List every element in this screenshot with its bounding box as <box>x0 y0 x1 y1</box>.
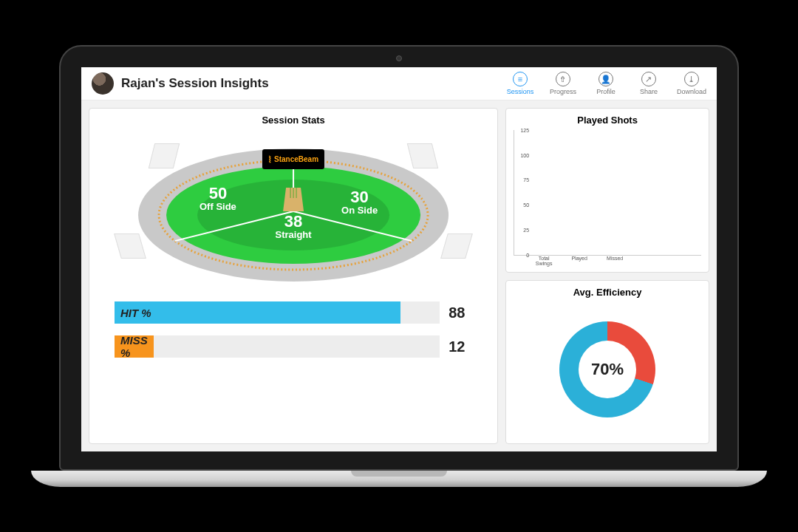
profile-icon: 👤 <box>598 72 613 86</box>
zone-onside: 30 On Side <box>341 189 378 215</box>
efficiency-panel: Avg. Efficiency 70% <box>505 280 709 445</box>
nav-sessions[interactable]: ≡ Sessions <box>505 72 535 95</box>
hit-label: HIT % <box>115 307 151 319</box>
content: Session Stats <box>81 100 717 451</box>
nav-label: Profile <box>596 88 615 95</box>
chart-x-labels: Total SwingsPlayedMissed <box>514 256 701 266</box>
efficiency-title: Avg. Efficiency <box>514 287 701 298</box>
hit-value: 88 <box>449 304 472 321</box>
miss-value: 12 <box>449 338 472 355</box>
hit-bar-fill: HIT % <box>115 301 400 324</box>
zone-label: Off Side <box>200 202 236 211</box>
nav-label: Download <box>677 88 706 95</box>
nav-progress[interactable]: ⇮ Progress <box>548 72 578 95</box>
sessions-icon: ≡ <box>513 72 528 86</box>
efficiency-value: 70% <box>579 341 636 398</box>
played-shots-panel: Played Shots 0255075100125 Total SwingsP… <box>505 108 709 273</box>
logo-icon: ⦚ <box>268 155 272 163</box>
played-shots-chart: 0255075100125 <box>514 130 701 256</box>
session-stats-panel: Session Stats <box>89 108 498 444</box>
zone-straight: 38 Straight <box>276 214 312 239</box>
donut-wrap: 70% <box>514 302 701 438</box>
zone-value: 50 <box>200 185 236 202</box>
laptop-mockup: Rajan's Session Insights ≡ Sessions ⇮ Pr… <box>59 45 739 487</box>
zone-value: 38 <box>276 214 312 230</box>
zone-value: 30 <box>341 189 378 205</box>
miss-bar-track: MISS % <box>115 335 440 358</box>
share-icon: ↗ <box>641 72 656 86</box>
played-shots-title: Played Shots <box>514 115 701 126</box>
hit-row: HIT % 88 <box>115 301 472 324</box>
header-bar: Rajan's Session Insights ≡ Sessions ⇮ Pr… <box>81 67 717 100</box>
progress-icon: ⇮ <box>556 72 570 86</box>
laptop-base <box>31 471 767 487</box>
nav-label: Progress <box>550 88 576 95</box>
avatar[interactable] <box>92 72 114 95</box>
page-title: Rajan's Session Insights <box>121 76 498 91</box>
miss-label: MISS % <box>115 334 154 359</box>
efficiency-donut: 70% <box>559 321 655 417</box>
session-stats-title: Session Stats <box>100 115 487 126</box>
miss-row: MISS % 12 <box>115 335 472 358</box>
nav-profile[interactable]: 👤 Profile <box>591 72 621 95</box>
miss-bar-fill: MISS % <box>115 335 154 358</box>
screen-bezel: Rajan's Session Insights ≡ Sessions ⇮ Pr… <box>59 45 739 471</box>
nav-label: Sessions <box>507 88 534 95</box>
nav-share[interactable]: ↗ Share <box>634 72 664 95</box>
cricket-field: ⦚ StanceBeam 50 Off Side 30 On Side 38 <box>100 130 487 285</box>
zone-label: On Side <box>341 205 378 215</box>
nav: ≡ Sessions ⇮ Progress 👤 Profile ↗ Share <box>505 72 706 95</box>
hit-miss-bars: HIT % 88 MISS % 12 <box>100 301 487 369</box>
logo-text: StanceBeam <box>274 155 318 163</box>
zone-offside: 50 Off Side <box>200 185 236 211</box>
side-column: Played Shots 0255075100125 Total SwingsP… <box>505 108 709 444</box>
nav-label: Share <box>640 88 658 95</box>
app-screen: Rajan's Session Insights ≡ Sessions ⇮ Pr… <box>81 67 717 451</box>
zone-label: Straight <box>276 230 312 239</box>
download-icon: ⤓ <box>684 72 699 86</box>
hit-bar-track: HIT % <box>115 301 440 324</box>
stancebeam-logo: ⦚ StanceBeam <box>262 149 324 169</box>
nav-download[interactable]: ⤓ Download <box>677 72 706 95</box>
camera-dot <box>396 55 402 61</box>
